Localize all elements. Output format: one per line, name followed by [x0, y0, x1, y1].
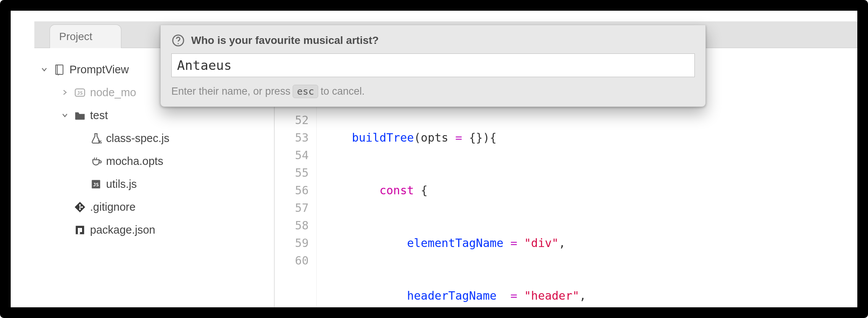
prompt-input[interactable]: [171, 53, 695, 77]
tree-label: .gitignore: [90, 201, 135, 213]
folder-icon: [73, 109, 86, 122]
tree-row-package-json[interactable]: package.json: [34, 218, 274, 241]
hint-text-post: to cancel.: [320, 86, 365, 97]
tree-label: mocha.opts: [106, 155, 163, 168]
repo-icon: [53, 63, 66, 76]
tab-project[interactable]: Project: [50, 24, 121, 48]
question-icon: [171, 34, 185, 47]
hint-text-pre: Enter their name, or press: [171, 86, 290, 97]
tree-row-gitignore[interactable]: .gitignore: [34, 195, 274, 218]
chevron-down-icon: [40, 65, 49, 74]
tree-label: package.json: [90, 224, 155, 236]
js-file-icon: JS: [89, 178, 102, 190]
svg-rect-10: [78, 228, 80, 234]
code-line: headerTagName = "header",: [324, 287, 779, 305]
line-number: 56: [275, 182, 309, 199]
tree-label: PromptView: [69, 63, 129, 76]
tree-label: node_mo: [90, 86, 136, 99]
tree-label: test: [90, 109, 108, 122]
mocha-icon: [89, 155, 102, 168]
dialog-title: Who is your favourite musical artist?: [191, 34, 379, 47]
chevron-right-icon: [60, 88, 69, 97]
git-icon: [73, 200, 86, 213]
tree-row-utils[interactable]: JS utils.js: [34, 173, 274, 195]
tree-label: utils.js: [106, 178, 137, 190]
test-js-icon: JS: [89, 132, 102, 145]
prompt-dialog: Who is your favourite musical artist? En…: [160, 25, 706, 107]
svg-point-13: [178, 43, 179, 44]
line-number: 58: [275, 217, 309, 234]
code-line: const {: [324, 182, 779, 199]
line-number: 60: [275, 252, 309, 270]
code-line: buildTree(opts = {}){: [324, 129, 779, 147]
tree-row-test[interactable]: test: [34, 104, 274, 127]
line-number: 57: [275, 199, 309, 217]
js-folder-icon: JS: [73, 86, 86, 99]
line-number: 53: [275, 129, 309, 147]
svg-rect-0: [55, 65, 63, 74]
tree-row-mocha-opts[interactable]: mocha.opts: [34, 150, 274, 173]
tree-row-class-spec[interactable]: JS class-spec.js: [34, 127, 274, 150]
svg-text:JS: JS: [97, 140, 102, 145]
code-line: elementTagName = "div",: [324, 234, 779, 252]
chevron-down-icon: [60, 111, 69, 120]
svg-text:JS: JS: [93, 182, 99, 187]
line-number: 52: [275, 111, 309, 129]
dialog-hint: Enter their name, or press esc to cancel…: [171, 85, 695, 98]
tab-label: Project: [59, 31, 92, 43]
line-number: 54: [275, 147, 309, 164]
line-number: 55: [275, 164, 309, 182]
key-esc: esc: [293, 85, 318, 98]
svg-rect-11: [80, 228, 82, 232]
tree-label: class-spec.js: [106, 132, 169, 145]
svg-text:JS: JS: [77, 90, 83, 96]
npm-icon: [73, 223, 86, 236]
line-number: 59: [275, 234, 309, 252]
